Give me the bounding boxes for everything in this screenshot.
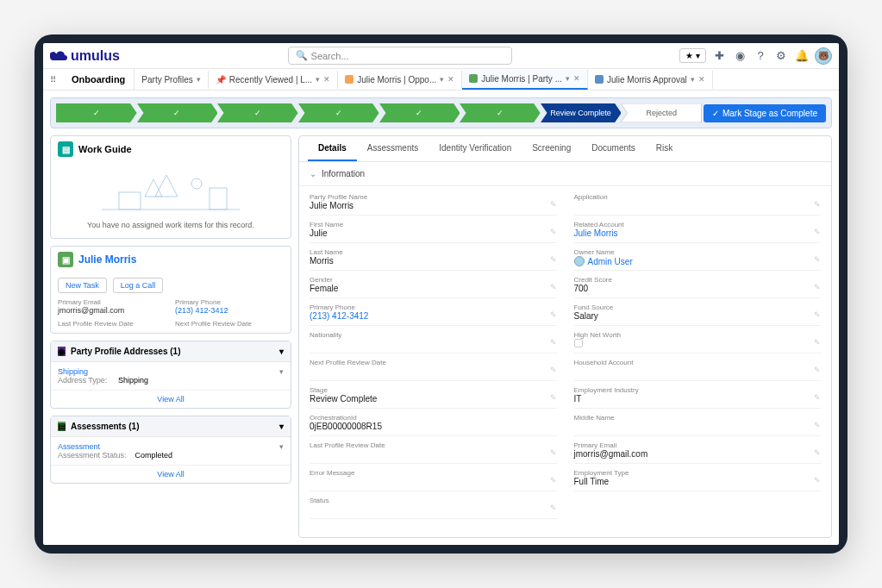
stage-review-complete[interactable]: Review Complete bbox=[541, 103, 622, 122]
edit-icon[interactable]: ✎ bbox=[814, 393, 821, 402]
stage-complete-5[interactable]: ✓ bbox=[379, 103, 460, 122]
add-icon[interactable]: ✚ bbox=[711, 48, 727, 64]
addresses-title: Party Profile Addresses (1) bbox=[71, 347, 180, 356]
svg-rect-2 bbox=[595, 75, 604, 84]
contact-card: ▣ Julie Morris New Task Log a Call Prima… bbox=[50, 246, 291, 334]
tab-approval[interactable]: Julie Morris Approval ▾ ✕ bbox=[588, 71, 713, 89]
close-icon[interactable]: ✕ bbox=[447, 75, 454, 84]
tab-details[interactable]: Details bbox=[308, 136, 357, 161]
tab-opportunity[interactable]: Julie Morris | Oppo... ▾ ✕ bbox=[338, 71, 462, 89]
card-menu-icon[interactable]: ▾ bbox=[279, 347, 284, 356]
edit-icon[interactable]: ✎ bbox=[550, 448, 557, 457]
tab-recently-viewed[interactable]: 📌 Recently Viewed | L... ▾ ✕ bbox=[209, 71, 338, 89]
brand-text: umulus bbox=[71, 48, 120, 64]
app-header: umulus 🔍 Search... ★ ▾ ✚ ◉ ? ⚙ 🔔 🐻 bbox=[43, 43, 839, 69]
owner-link[interactable]: Admin User bbox=[574, 256, 822, 266]
svg-rect-16 bbox=[210, 188, 227, 210]
log-call-button[interactable]: Log a Call bbox=[113, 278, 164, 293]
trailhead-icon[interactable]: ◉ bbox=[732, 48, 748, 64]
checkbox-unchecked bbox=[574, 339, 583, 347]
tab-assessments[interactable]: Assessments bbox=[357, 136, 428, 161]
assessments-view-all[interactable]: View All bbox=[51, 466, 291, 483]
edit-icon[interactable]: ✎ bbox=[550, 255, 557, 264]
settings-icon[interactable]: ⚙ bbox=[773, 48, 789, 64]
svg-marker-14 bbox=[155, 175, 178, 197]
edit-icon[interactable]: ✎ bbox=[550, 283, 557, 291]
edit-icon[interactable]: ✎ bbox=[814, 310, 821, 319]
stage-complete-1[interactable]: ✓ bbox=[56, 103, 137, 122]
assessment-row: Assessment ▾ Assessment Status: Complete… bbox=[51, 437, 291, 466]
work-guide-card: ▤ Work Guide You have no assigned work i… bbox=[50, 135, 291, 239]
card-menu-icon[interactable]: ▾ bbox=[279, 422, 284, 431]
brand-logo: umulus bbox=[50, 48, 120, 64]
cloud-icon bbox=[50, 50, 69, 62]
tab-identity[interactable]: Identity Verification bbox=[428, 136, 522, 161]
stage-complete-6[interactable]: ✓ bbox=[460, 103, 541, 122]
tab-risk[interactable]: Risk bbox=[646, 136, 683, 161]
edit-icon[interactable]: ✎ bbox=[550, 504, 557, 512]
workspace-tabs: ⠿ Onboarding Party Profiles ▾ 📌 Recently… bbox=[43, 69, 839, 91]
close-icon[interactable]: ✕ bbox=[573, 74, 580, 83]
edit-icon[interactable]: ✎ bbox=[814, 228, 821, 236]
svg-rect-1 bbox=[469, 74, 478, 83]
edit-icon[interactable]: ✎ bbox=[550, 476, 557, 485]
chevron-down-icon: ▾ bbox=[440, 75, 444, 84]
address-link[interactable]: Shipping bbox=[58, 367, 88, 376]
address-row: Shipping ▾ Address Type: Shipping bbox=[51, 362, 291, 391]
tab-screening[interactable]: Screening bbox=[522, 136, 581, 161]
tab-documents[interactable]: Documents bbox=[581, 136, 646, 161]
global-search[interactable]: 🔍 Search... bbox=[288, 47, 512, 65]
edit-icon[interactable]: ✎ bbox=[550, 200, 557, 209]
notifications-icon[interactable]: 🔔 bbox=[794, 48, 810, 64]
assessment-icon: ▤ bbox=[58, 422, 66, 431]
close-icon[interactable]: ✕ bbox=[698, 75, 705, 84]
phone-link[interactable]: (213) 412-3412 bbox=[310, 311, 557, 322]
stage-complete-3[interactable]: ✓ bbox=[217, 103, 298, 122]
edit-icon[interactable]: ✎ bbox=[550, 366, 557, 374]
addresses-view-all[interactable]: View All bbox=[51, 391, 291, 408]
detail-fields: Party Profile NameJulie Morris✎ Applicat… bbox=[299, 186, 831, 526]
addresses-card: ◉ Party Profile Addresses (1) ▾ Shipping… bbox=[50, 341, 291, 409]
stage-path: ✓ ✓ ✓ ✓ ✓ ✓ Review Complete Rejected ✓ M… bbox=[50, 97, 832, 128]
stage-rejected[interactable]: Rejected bbox=[621, 103, 702, 122]
chevron-down-icon: ▾ bbox=[691, 75, 695, 84]
edit-icon[interactable]: ✎ bbox=[814, 366, 821, 374]
edit-icon[interactable]: ✎ bbox=[814, 338, 821, 347]
edit-icon[interactable]: ✎ bbox=[550, 310, 557, 319]
stage-complete-2[interactable]: ✓ bbox=[137, 103, 218, 122]
help-icon[interactable]: ? bbox=[753, 48, 768, 64]
work-guide-title: Work Guide bbox=[78, 144, 132, 154]
row-menu-icon[interactable]: ▾ bbox=[279, 442, 284, 451]
assessments-title: Assessments (1) bbox=[71, 422, 139, 431]
svg-point-15 bbox=[191, 178, 202, 189]
related-account-link[interactable]: Julie Morris bbox=[574, 228, 822, 239]
edit-icon[interactable]: ✎ bbox=[550, 338, 557, 347]
contact-name-link[interactable]: Julie Morris bbox=[78, 253, 136, 266]
user-avatar[interactable]: 🐻 bbox=[815, 47, 832, 65]
section-information[interactable]: ⌄ Information bbox=[299, 162, 831, 186]
close-icon[interactable]: ✕ bbox=[323, 75, 330, 84]
assessment-link[interactable]: Assessment bbox=[58, 442, 100, 451]
profile-badge-icon: ▣ bbox=[58, 252, 73, 267]
tab-party-profile[interactable]: Julie Morris | Party ... ▾ ✕ bbox=[462, 70, 588, 90]
chevron-down-icon: ▾ bbox=[197, 75, 201, 84]
edit-icon[interactable]: ✎ bbox=[550, 228, 557, 236]
new-task-button[interactable]: New Task bbox=[58, 278, 107, 293]
edit-icon[interactable]: ✎ bbox=[814, 448, 821, 457]
edit-icon[interactable]: ✎ bbox=[814, 421, 821, 429]
edit-icon[interactable]: ✎ bbox=[550, 393, 557, 402]
search-icon: 🔍 bbox=[296, 50, 308, 61]
mark-stage-complete-button[interactable]: ✓ Mark Stage as Complete bbox=[704, 104, 826, 122]
edit-icon[interactable]: ✎ bbox=[814, 200, 821, 209]
edit-icon[interactable]: ✎ bbox=[814, 476, 821, 485]
clipboard-icon: ▤ bbox=[58, 141, 73, 157]
primary-phone-link[interactable]: (213) 412-3412 bbox=[175, 306, 284, 315]
app-launcher-icon[interactable]: ⠿ bbox=[43, 70, 63, 90]
edit-icon[interactable]: ✎ bbox=[814, 255, 821, 264]
tab-party-profiles[interactable]: Party Profiles ▾ bbox=[134, 71, 208, 89]
favorites-button[interactable]: ★ ▾ bbox=[679, 48, 706, 63]
edit-icon[interactable]: ✎ bbox=[814, 283, 821, 291]
row-menu-icon[interactable]: ▾ bbox=[279, 367, 284, 376]
check-icon: ✓ bbox=[712, 109, 719, 118]
stage-complete-4[interactable]: ✓ bbox=[298, 103, 379, 122]
